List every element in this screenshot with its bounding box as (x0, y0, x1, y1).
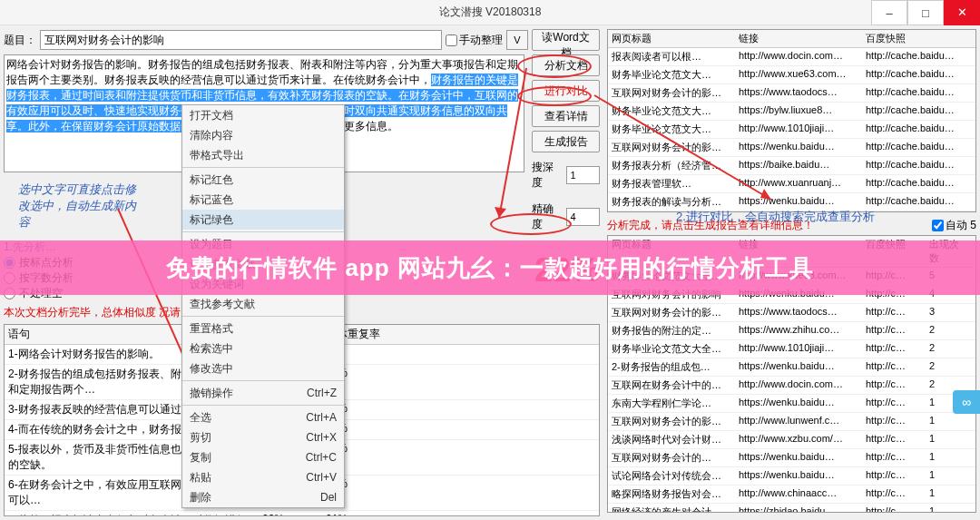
ctx-check-sel[interactable]: 检索选中 (182, 338, 344, 358)
result-row[interactable]: 财务毕业论文范文大…http://www.xue63.com…http://ca… (608, 66, 975, 84)
ctx-mark-green[interactable]: 标记绿色 (182, 210, 344, 230)
ctx-find-ref[interactable]: 查找参考文献 (182, 294, 344, 314)
result-row[interactable]: 互联网对财务会计的影…https://wenku.baidu…http://ca… (608, 139, 975, 157)
result-row[interactable]: 略探网络财务报告对会…http://www.chinaacc…http://c…… (608, 486, 975, 504)
ctx-undo[interactable]: 撤销操作Ctrl+Z (182, 383, 344, 403)
context-menu: 打开文档 清除内容 带格式导出 标记红色 标记蓝色 标记绿色 设为题目 设为参考… (181, 104, 345, 508)
result-row[interactable]: 互联网对财务会计的…https://wenku.baidu…http://c…1 (608, 449, 975, 467)
overlay-banner: 免费的行情软件 app 网站九幺：一款超好用的行情分析工具 (0, 240, 980, 295)
result-row[interactable]: 试论网络会计对传统会…https://wenku.baidu…http://c…… (608, 467, 975, 486)
window-title: 论文潜搜 V20180318 (439, 5, 542, 20)
status-left: 本次文档分析完毕，总体相似度 (4, 306, 156, 319)
result-row[interactable]: 互联网在财务会计中的…http://www.docin.com…http://c… (608, 377, 975, 395)
ctx-open[interactable]: 打开文档 (182, 105, 344, 125)
ctx-copy[interactable]: 复制Ctrl+C (182, 447, 344, 467)
result-row[interactable]: 财务毕业论文范文大…https://bylw.liuxue8…http://ca… (608, 103, 975, 121)
term-row[interactable]: 7-此外，报表阅读者在保留财务会计…对数据进行再加…23%21% (5, 511, 599, 516)
ctx-del[interactable]: 删除Del (182, 487, 344, 507)
result-row[interactable]: 东南大学程刚仁学论…https://wenku.baidu…http://c…1 (608, 395, 975, 413)
ctx-reset[interactable]: 重置格式 (182, 319, 344, 338)
compare-button[interactable]: 进行对比 (532, 80, 600, 102)
result-row[interactable]: 财务报表管理软…http://www.xuanruanj…http://cach… (608, 175, 975, 193)
titlebar: 论文潜搜 V20180318 – □ ✕ (0, 0, 980, 25)
minimize-button[interactable]: – (871, 0, 907, 25)
report-button[interactable]: 生成报告 (532, 131, 600, 152)
result-row[interactable]: 财务毕业论文范文大…http://www.1010jiaji…http://ca… (608, 121, 975, 139)
ctx-mark-blue[interactable]: 标记蓝色 (182, 190, 344, 210)
maximize-button[interactable]: □ (907, 0, 944, 25)
result-row[interactable]: 财务毕业论文范文大全…http://www.1010jiaji…http://c… (608, 340, 975, 358)
topic-input[interactable] (40, 30, 442, 50)
manual-sort-checkbox[interactable]: 手动整理 (446, 33, 503, 48)
top-results-table[interactable]: 网页标题链接百度快照 报表阅读者可以根…http://www.docin.com… (607, 29, 976, 212)
note-right: 2.进行对比，会自动搜索完成查重分析 (676, 209, 875, 225)
ctx-clear[interactable]: 清除内容 (182, 125, 344, 145)
result-row[interactable]: 财务报告的附注的定…https://www.zhihu.co…http://c…… (608, 322, 975, 340)
analyze-button[interactable]: 分析文档 (532, 54, 600, 76)
side-badge-icon[interactable]: ∞ (953, 390, 980, 414)
ctx-mark-red[interactable]: 标记红色 (182, 170, 344, 190)
ctx-selall[interactable]: 全选Ctrl+A (182, 407, 344, 427)
ctx-paste[interactable]: 粘贴Ctrl+V (182, 467, 344, 487)
close-button[interactable]: ✕ (944, 0, 980, 25)
v-button[interactable]: V (506, 30, 528, 50)
result-row[interactable]: 互联网对财务会计的影…https://www.taodocs…http://c…… (608, 304, 975, 322)
accuracy-spinner[interactable]: 4 (566, 208, 600, 226)
read-word-button[interactable]: 读Word文档 (532, 29, 600, 51)
result-row[interactable]: 互联网对财务会计的影…https://www.taodocs…http://ca… (608, 84, 975, 103)
result-row[interactable]: 浅谈网络时代对会计财…http://www.xzbu.com/…http://c… (608, 431, 975, 449)
result-row[interactable]: 2-财务报告的组成包…https://wenku.baidu…http://c…… (608, 358, 975, 377)
result-row[interactable]: 互联网对财务会计的影…http://www.lunwenf.c…http://c… (608, 413, 975, 431)
depth-spinner[interactable]: 1 (566, 166, 600, 184)
result-row[interactable]: 网络经济的产生对会计…https://zhidao.baidu…http://c… (608, 504, 975, 513)
ctx-cut[interactable]: 剪切Ctrl+X (182, 427, 344, 447)
topic-label: 题目： (4, 33, 36, 48)
auto-checkbox[interactable]: 自动 5 (932, 218, 976, 233)
note-left: 选中文字可直接点击修改选中，自动生成新内容 (18, 182, 145, 231)
result-row[interactable]: 报表阅读者可以根…http://www.docin.com…http://cac… (608, 48, 975, 66)
ctx-modify-sel[interactable]: 修改选中 (182, 358, 344, 378)
result-row[interactable]: 财务报表分析（经济管…https://baike.baidu…http://ca… (608, 157, 975, 175)
detail-button[interactable]: 查看详情 (532, 105, 600, 127)
ctx-export[interactable]: 带格式导出 (182, 145, 344, 165)
